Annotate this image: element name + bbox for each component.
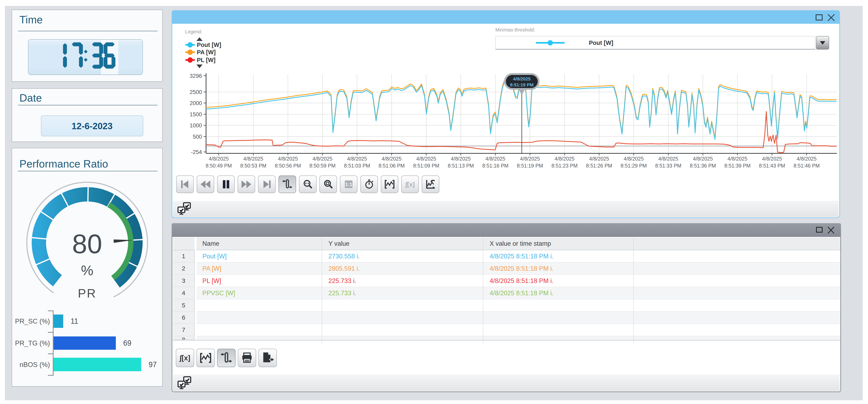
svg-text:4/8/2025: 4/8/2025 xyxy=(243,156,263,162)
svg-text:69: 69 xyxy=(123,339,131,347)
svg-text:4/8/2025: 4/8/2025 xyxy=(589,156,609,162)
svg-text:∫[x]: ∫[x] xyxy=(179,354,190,362)
svg-text:8:50:59 PM: 8:50:59 PM xyxy=(309,163,336,169)
svg-text:%: % xyxy=(81,262,93,278)
svg-text:∫[x]: ∫[x] xyxy=(405,181,414,188)
svg-text:8:51:29 PM: 8:51:29 PM xyxy=(621,163,647,169)
svg-text:4/8/2025: 4/8/2025 xyxy=(416,156,436,162)
svg-text:8:51:16 PM: 8:51:16 PM xyxy=(482,163,508,169)
svg-text:8:51:39 PM: 8:51:39 PM xyxy=(724,163,750,169)
svg-text:PR_TG (%): PR_TG (%) xyxy=(15,339,50,347)
svg-text:4/8/2025: 4/8/2025 xyxy=(513,76,531,82)
svg-text:4/8/2025: 4/8/2025 xyxy=(451,156,471,162)
svg-text:8:51:03 PM: 8:51:03 PM xyxy=(344,163,370,169)
svg-text:2000: 2000 xyxy=(190,100,202,106)
svg-text:97: 97 xyxy=(149,360,157,369)
svg-text:8:51:36 PM: 8:51:36 PM xyxy=(690,163,716,169)
svg-text:11: 11 xyxy=(71,317,78,325)
svg-text:1:1: 1:1 xyxy=(345,182,352,187)
svg-text:8:51:13 PM: 8:51:13 PM xyxy=(448,163,474,169)
svg-text:8:51:33 PM: 8:51:33 PM xyxy=(655,163,681,169)
svg-text:8:50:53 PM: 8:50:53 PM xyxy=(240,163,267,169)
svg-text:4/8/2025: 4/8/2025 xyxy=(520,156,540,162)
svg-text:4/8/2025: 4/8/2025 xyxy=(347,156,367,162)
svg-text:4/8/2025: 4/8/2025 xyxy=(727,156,747,162)
svg-text:8:50:56 PM: 8:50:56 PM xyxy=(275,163,301,169)
svg-text:1000: 1000 xyxy=(190,122,202,128)
svg-text:PR: PR xyxy=(78,286,96,300)
svg-text:8:51:09 PM: 8:51:09 PM xyxy=(413,163,439,169)
svg-text:8:50:49 PM: 8:50:49 PM xyxy=(206,163,232,169)
svg-text:-254: -254 xyxy=(191,149,202,155)
svg-text:4/8/2025: 4/8/2025 xyxy=(382,156,401,162)
svg-text:8:51:43 PM: 8:51:43 PM xyxy=(759,163,785,169)
svg-text:1500: 1500 xyxy=(190,111,202,118)
svg-text:4/8/2025: 4/8/2025 xyxy=(658,156,678,162)
svg-text:8:51:26 PM: 8:51:26 PM xyxy=(586,163,612,169)
svg-text:2500: 2500 xyxy=(190,89,202,95)
svg-text:4/8/2025: 4/8/2025 xyxy=(797,156,816,162)
svg-text:4/8/2025: 4/8/2025 xyxy=(624,156,644,162)
svg-text:3296: 3296 xyxy=(190,73,202,79)
svg-text:8:51:19 PM: 8:51:19 PM xyxy=(510,82,534,87)
svg-text:8:51:23 PM: 8:51:23 PM xyxy=(552,163,578,169)
svg-text:80: 80 xyxy=(72,229,102,259)
svg-text:4/8/2025: 4/8/2025 xyxy=(209,156,228,162)
svg-text:4/8/2025: 4/8/2025 xyxy=(555,156,575,162)
svg-text:4/8/2025: 4/8/2025 xyxy=(485,156,505,162)
svg-text:8:51:46 PM: 8:51:46 PM xyxy=(794,163,820,169)
svg-text:4/8/2025: 4/8/2025 xyxy=(278,156,298,162)
svg-text:8:51:19 PM: 8:51:19 PM xyxy=(517,163,543,169)
svg-text:500: 500 xyxy=(193,134,202,140)
svg-text:4/8/2025: 4/8/2025 xyxy=(762,156,782,162)
svg-text:8:51:06 PM: 8:51:06 PM xyxy=(378,163,405,169)
svg-text:nBOS (%): nBOS (%) xyxy=(20,361,50,368)
svg-text:4/8/2025: 4/8/2025 xyxy=(312,156,332,162)
svg-text:PR_SC (%): PR_SC (%) xyxy=(15,317,50,325)
svg-text:4/8/2025: 4/8/2025 xyxy=(693,156,713,162)
